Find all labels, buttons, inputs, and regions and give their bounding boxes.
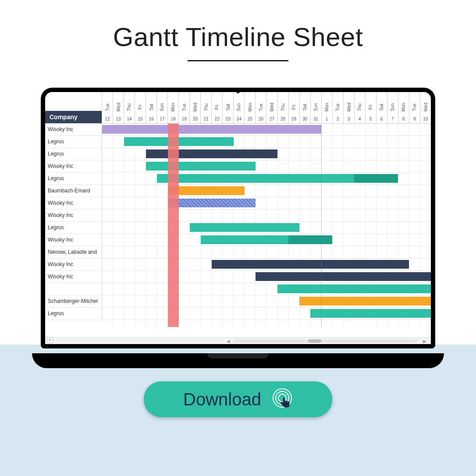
day-column: Wed13 bbox=[113, 92, 124, 124]
gantt-bar[interactable] bbox=[146, 162, 256, 171]
day-number: 22 bbox=[215, 117, 220, 121]
laptop-frame: Company Tue12Wed13Thu14Fri15Sat16Sun17Mo… bbox=[32, 88, 444, 368]
row-track bbox=[102, 222, 431, 234]
gantt-bar[interactable] bbox=[299, 297, 431, 305]
row-label bbox=[45, 283, 102, 295]
gantt-bar[interactable] bbox=[277, 284, 431, 293]
day-number: 14 bbox=[127, 117, 132, 121]
row-label: Wisoky Inc bbox=[45, 271, 102, 283]
day-number: 10 bbox=[423, 117, 428, 121]
gantt-bar[interactable] bbox=[256, 272, 431, 281]
day-column: Thu28 bbox=[277, 92, 288, 124]
gantt-bar[interactable] bbox=[288, 235, 332, 244]
day-number: 28 bbox=[281, 117, 285, 121]
day-number: 1 bbox=[326, 117, 328, 121]
day-number: 3 bbox=[348, 117, 350, 121]
day-number: 5 bbox=[369, 117, 372, 121]
day-of-week: Thu bbox=[204, 103, 209, 111]
row-track bbox=[102, 259, 431, 270]
day-number: 13 bbox=[116, 117, 121, 121]
gantt-bar[interactable] bbox=[102, 125, 321, 134]
table-row: Legros bbox=[45, 148, 431, 160]
day-of-week: Wed bbox=[270, 103, 274, 111]
row-label: Legros bbox=[45, 308, 102, 320]
scroll-right-icon[interactable]: ▶ bbox=[423, 339, 427, 343]
day-column: Fri15 bbox=[135, 92, 146, 124]
gantt-bar[interactable] bbox=[354, 174, 398, 183]
download-button[interactable]: Download bbox=[144, 381, 332, 417]
day-of-week: Sat bbox=[379, 104, 384, 110]
day-number: 8 bbox=[402, 117, 405, 121]
day-column: Wed3 bbox=[343, 92, 354, 124]
gantt-bar[interactable] bbox=[212, 260, 409, 269]
day-of-week: Wed bbox=[116, 103, 121, 111]
title-underline bbox=[188, 60, 288, 61]
gantt-bar[interactable] bbox=[310, 309, 431, 318]
day-of-week: Wed bbox=[423, 103, 428, 111]
day-number: 15 bbox=[138, 117, 143, 121]
row-label: Legros bbox=[45, 136, 102, 148]
row-track bbox=[102, 197, 431, 209]
day-number: 27 bbox=[270, 117, 274, 121]
gantt-bar[interactable] bbox=[124, 137, 234, 146]
row-label: Wisoky Inc bbox=[45, 160, 102, 172]
day-of-week: Mon bbox=[401, 103, 406, 111]
row-track bbox=[102, 173, 431, 185]
row-track bbox=[102, 148, 431, 160]
day-column: Thu21 bbox=[200, 92, 211, 124]
day-column: Wed10 bbox=[420, 92, 431, 124]
row-label: Legros bbox=[45, 173, 102, 185]
day-column: Sat23 bbox=[222, 92, 233, 124]
scrollbar-thumb[interactable] bbox=[308, 339, 321, 343]
day-number: 19 bbox=[182, 117, 187, 121]
day-of-week: Fri bbox=[138, 105, 143, 110]
download-button-label: Download bbox=[183, 390, 261, 409]
day-number: 18 bbox=[171, 117, 176, 121]
row-label: Legros bbox=[45, 148, 102, 160]
day-of-week: Sun bbox=[313, 103, 318, 111]
laptop-base bbox=[32, 353, 444, 368]
gantt-bar[interactable] bbox=[146, 149, 277, 158]
day-number: 31 bbox=[313, 117, 318, 121]
table-row: Baumbach-Emard bbox=[45, 185, 431, 197]
gantt-bar[interactable] bbox=[168, 199, 256, 207]
row-label: Wisoky Inc bbox=[45, 259, 102, 270]
table-row: Nienow, Labadie and bbox=[45, 246, 431, 259]
day-column: Tue2 bbox=[332, 92, 343, 124]
laptop-hinge-indent bbox=[207, 353, 269, 359]
day-column: Fri22 bbox=[211, 92, 222, 124]
table-row: Wisoky Inc bbox=[45, 271, 431, 283]
row-track bbox=[102, 185, 431, 197]
table-row: Legros bbox=[45, 136, 431, 148]
day-of-week: Fri bbox=[368, 105, 373, 110]
day-of-week: Sat bbox=[149, 104, 154, 110]
day-column: Sat6 bbox=[376, 92, 387, 124]
day-column: Wed27 bbox=[266, 92, 277, 124]
table-row: Wisoky Inc bbox=[45, 259, 431, 271]
day-of-week: Sun bbox=[160, 103, 165, 111]
day-column: Sat16 bbox=[146, 92, 156, 124]
table-row: Wisoky Inc bbox=[45, 234, 431, 246]
scroll-left-icon[interactable]: ◀ bbox=[227, 339, 231, 343]
row-label: Wisoky Inc bbox=[45, 124, 102, 135]
day-of-week: Thu bbox=[281, 103, 285, 111]
day-of-week: Tue bbox=[105, 103, 110, 111]
day-column: Mon8 bbox=[398, 92, 409, 124]
page-title: Gantt Timeline Sheet bbox=[0, 22, 476, 52]
day-number: 7 bbox=[391, 117, 394, 121]
expand-icon[interactable]: + bbox=[47, 337, 53, 343]
day-of-week: Sat bbox=[302, 104, 307, 110]
day-number: 21 bbox=[204, 117, 209, 121]
row-label: Wisoky Inc bbox=[45, 197, 102, 209]
day-of-week: Tue bbox=[412, 103, 417, 111]
day-column: Sun7 bbox=[387, 92, 398, 124]
day-number: 23 bbox=[226, 117, 231, 121]
horizontal-scrollbar[interactable] bbox=[234, 339, 418, 343]
row-label: Wisoky Inc bbox=[45, 234, 102, 246]
table-row: Wisoky Inc bbox=[45, 160, 431, 173]
gantt-bar[interactable] bbox=[168, 186, 245, 195]
row-track bbox=[102, 210, 431, 221]
gantt-bar[interactable] bbox=[190, 223, 299, 232]
row-label: Baumbach-Emard bbox=[45, 185, 102, 197]
row-label: Legros bbox=[45, 222, 102, 234]
